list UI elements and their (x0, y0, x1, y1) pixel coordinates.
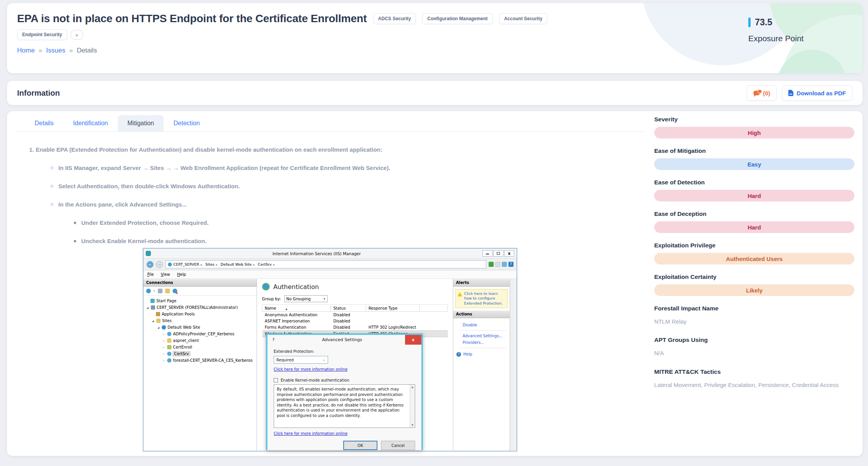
save-icon[interactable] (158, 289, 162, 293)
menu-file[interactable]: File (147, 272, 154, 277)
tree-item-certenroll[interactable]: CertEnroll (143, 344, 257, 350)
exposure-point-value: 73.5 (755, 17, 772, 28)
download-pdf-button[interactable]: Download as PDF (782, 85, 852, 101)
apt-groups-group: APT Groups Using N/A (654, 336, 854, 357)
tree-item-default-web-site[interactable]: Default Web Site (143, 324, 257, 331)
minimize-icon[interactable] (482, 250, 493, 257)
address-segment[interactable]: Default Web Site (221, 262, 257, 266)
exploitation-privilege-group: Exploitation Privilege Authenticated Use… (654, 242, 854, 265)
issue-attributes-sidebar: Severity High Ease of Mitigation Easy Ea… (654, 116, 854, 400)
connect-server-icon[interactable] (146, 289, 151, 293)
forward-icon[interactable]: → (156, 261, 163, 268)
table-header-row[interactable]: Name Status Response Type (262, 305, 448, 312)
exploitation-privilege-label: Exploitation Privilege (654, 242, 854, 249)
tree-item-application-pools[interactable]: Application Pools (143, 311, 257, 317)
comments-button[interactable]: (0) (747, 85, 777, 101)
address-field[interactable]: CERT_SERVER Sites Default Web Site CertS… (165, 260, 486, 268)
go-icon[interactable] (489, 262, 494, 267)
exploitation-certainty-group: Exploitation Certainty Likely (654, 273, 854, 296)
collapse-arrow-icon[interactable] (162, 346, 166, 349)
kernel-mode-checkbox[interactable] (274, 378, 278, 382)
back-icon[interactable]: ← (147, 261, 154, 268)
more-information-link[interactable]: Click here for more information online (274, 367, 415, 371)
tree-item-aspnet-client[interactable]: aspnet_client (143, 337, 257, 344)
mitigation-substep-text: Select Authentication, then double-click… (58, 183, 240, 189)
expand-arrow-icon[interactable] (151, 319, 155, 322)
tree-item-sites[interactable]: Sites (143, 317, 257, 324)
circle-bullet-icon (51, 203, 53, 206)
tree-item-forestall-ces[interactable]: forestall-CERT_SERVER-CA_CES_Kerberos (143, 357, 257, 364)
add-tag-button[interactable]: + (71, 30, 83, 40)
start-page-icon (150, 299, 155, 303)
iis-title-bar: Internet Information Services (IIS) Mana… (143, 249, 517, 259)
tab-detection[interactable]: Detection (164, 115, 210, 131)
help-action[interactable]: ? Help (456, 350, 506, 357)
information-bar: Information (0) Download as PDF (7, 81, 863, 105)
address-segment[interactable]: Sites (205, 262, 219, 266)
expand-arrow-icon[interactable] (146, 306, 149, 309)
table-row[interactable]: Forms AuthenticationDisabledHTTP 302 Log… (262, 324, 448, 331)
help-icon[interactable]: ? (508, 262, 513, 267)
iis-menu-bar: File View Help (143, 270, 517, 279)
providers-link[interactable]: Providers... (463, 339, 506, 346)
menu-help[interactable]: Help (177, 272, 186, 277)
ease-of-mitigation-group: Ease of Mitigation Easy (654, 147, 854, 170)
tag-endpoint-security[interactable]: Endpoint Security (17, 29, 67, 40)
tag-configuration-management[interactable]: Configuration Management (422, 13, 493, 24)
ok-button[interactable]: OK (343, 441, 377, 450)
cancel-button[interactable]: Cancel (381, 441, 415, 450)
application-icon (167, 358, 171, 363)
tree-item-start-page[interactable]: Start Page (143, 298, 257, 304)
application-icon (167, 352, 171, 356)
dialog-close-icon[interactable]: x (405, 335, 421, 345)
refresh-icon[interactable] (502, 262, 507, 267)
table-row[interactable]: ASP.NET ImpersonationDisabled (262, 318, 448, 324)
divider (459, 330, 506, 331)
collapse-arrow-icon[interactable] (162, 333, 166, 335)
more-information-link[interactable]: Click here for more information online (274, 431, 415, 436)
alert-link-text[interactable]: Click here to learn how to configure Ext… (464, 291, 505, 306)
breadcrumb-issues-link[interactable]: Issues (46, 47, 65, 54)
stop-icon[interactable] (495, 262, 500, 267)
tag-adcs-security[interactable]: ADCS Security (373, 13, 416, 24)
disable-link[interactable]: Disable (463, 322, 506, 328)
scrollbar[interactable] (510, 279, 517, 450)
table-row[interactable]: Anonymous AuthenticationDisabled (262, 312, 448, 318)
tree-item-server[interactable]: CERT_SERVER (FORESTALL\Administrator) (143, 304, 257, 311)
menu-view[interactable]: View (161, 272, 170, 277)
tab-mitigation[interactable]: Mitigation (118, 115, 164, 131)
extended-protection-alert[interactable]: Click here to learn how to configure Ext… (455, 289, 508, 308)
mitigation-subsubstep-text: Under Extended Protection, choose Requir… (81, 219, 209, 226)
disconnect-icon[interactable] (173, 289, 177, 293)
breadcrumb-home-link[interactable]: Home (17, 47, 35, 54)
application-icon (167, 332, 171, 336)
column-response-type: Response Type (366, 305, 420, 312)
up-folder-icon[interactable] (165, 289, 170, 293)
close-icon[interactable] (504, 250, 514, 257)
page-title: EPA is not in place on HTTPS Endpoint fo… (17, 12, 367, 25)
dialog-help-icon[interactable]: ? (267, 335, 279, 345)
tree-item-certsrv[interactable]: CertSrv (143, 350, 257, 357)
address-segment[interactable]: CertSrv (258, 262, 276, 266)
kernel-mode-description-box: By default, IIS enables kernel-mode auth… (274, 384, 415, 428)
group-by-dropdown[interactable]: No Grouping (284, 295, 328, 302)
sites-folder-icon (156, 319, 161, 323)
tab-details[interactable]: Details (25, 115, 63, 131)
tree-item-adpolicyprovider[interactable]: ADPolicyProvider_CEP_Kerberos (143, 331, 257, 337)
collapse-arrow-icon[interactable] (162, 359, 166, 362)
information-title: Information (17, 89, 60, 98)
expand-arrow-icon[interactable] (157, 326, 160, 329)
tab-identification[interactable]: Identification (63, 115, 118, 131)
collapse-arrow-icon[interactable] (162, 352, 166, 355)
tag-account-security[interactable]: Account Security (499, 13, 548, 24)
exposure-accent-bar (748, 18, 751, 27)
tab-strip: Details Identification Mitigation Detect… (17, 115, 644, 132)
forestall-impact-group: Forestall Impact Name NTLM Relay (654, 305, 854, 326)
mitigation-content: 1. Enable EPA (Extended Protection for A… (7, 137, 644, 244)
address-segment[interactable]: CERT_SERVER (173, 262, 204, 266)
advanced-settings-link[interactable]: Advanced Settings... (463, 333, 506, 339)
extended-protection-dropdown[interactable]: Required (274, 356, 328, 364)
collapse-arrow-icon[interactable] (162, 339, 166, 342)
maximize-icon[interactable] (493, 250, 503, 257)
scrollbar[interactable]: ▲▼ (410, 385, 415, 427)
